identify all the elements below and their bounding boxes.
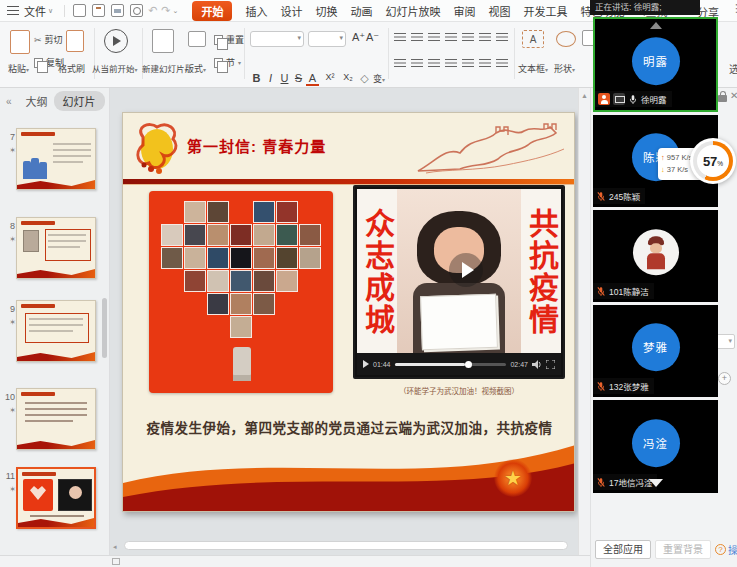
redo-icon[interactable]: ↷ bbox=[161, 4, 170, 17]
tab-home[interactable]: 开始 bbox=[192, 1, 232, 21]
tab-view[interactable]: 视图 bbox=[488, 3, 510, 19]
file-menu-caret-icon[interactable]: ∨ bbox=[48, 7, 53, 15]
italic-button[interactable]: I bbox=[264, 72, 277, 84]
participant-tile-4[interactable]: 梦雅 132张梦雅 bbox=[593, 305, 718, 397]
shapes-button[interactable]: 形状▾ bbox=[554, 62, 575, 75]
slide-body-text[interactable]: 疫情发生伊始，第四党支部的党员通过云端为武汉加油，共抗疫情 bbox=[135, 417, 564, 437]
video-progress-bar[interactable] bbox=[395, 363, 507, 366]
grow-font-button[interactable]: A⁺ bbox=[352, 31, 365, 44]
pane-plus-icon[interactable]: + bbox=[718, 372, 731, 385]
fullscreen-icon[interactable] bbox=[546, 360, 555, 369]
reset-button[interactable]: 重置 bbox=[214, 33, 244, 46]
view-mode-icon[interactable] bbox=[112, 558, 120, 565]
collapse-panel-icon[interactable]: « bbox=[6, 96, 12, 107]
reset-background-button[interactable]: 重置背景 bbox=[655, 540, 711, 559]
export-icon[interactable] bbox=[92, 4, 105, 17]
cut-button[interactable]: ✂剪切 bbox=[34, 33, 63, 46]
tab-outline[interactable]: 大纲 bbox=[26, 93, 48, 109]
align-left-icon[interactable] bbox=[394, 58, 406, 68]
play-from-current-button[interactable]: 从当前开始▾ bbox=[92, 62, 138, 74]
apply-all-button[interactable]: 全部应用 bbox=[595, 540, 651, 559]
slide-11-canvas[interactable]: 第一封信: 青春力量 bbox=[122, 112, 575, 512]
font-name-combobox[interactable] bbox=[250, 31, 304, 47]
decrease-indent-icon[interactable] bbox=[428, 32, 440, 42]
textbox-icon[interactable]: A bbox=[522, 30, 544, 48]
slide-thumbnail-7[interactable] bbox=[16, 128, 96, 190]
participant-tile-5[interactable]: 冯淦 17地信冯淦 bbox=[593, 400, 718, 493]
participant-tile-1[interactable]: 明露 徐明露 bbox=[593, 17, 718, 112]
new-slide-icon[interactable] bbox=[152, 29, 174, 53]
print-preview-icon[interactable] bbox=[130, 4, 143, 17]
tab-insert[interactable]: 插入 bbox=[245, 3, 267, 19]
superscript-button[interactable]: X² bbox=[322, 72, 338, 82]
photo-collage-box[interactable] bbox=[149, 191, 333, 393]
horizontal-scrollbar[interactable]: ◂ bbox=[122, 541, 570, 551]
hamburger-menu-icon[interactable] bbox=[7, 6, 19, 15]
justify-icon[interactable] bbox=[445, 58, 457, 68]
slide-thumbnail-11-selected[interactable] bbox=[16, 467, 96, 529]
tab-slideshow[interactable]: 幻灯片放映 bbox=[385, 3, 440, 19]
scroll-up-icon[interactable]: ▲ bbox=[581, 92, 588, 99]
quickbar-more-icon[interactable]: ⌄ bbox=[173, 7, 179, 15]
scroll-up-participants-icon[interactable] bbox=[650, 22, 662, 29]
tab-transitions[interactable]: 切换 bbox=[315, 3, 337, 19]
slide-thumbnail-8[interactable] bbox=[16, 217, 96, 279]
bold-button[interactable]: B bbox=[250, 72, 263, 84]
participant-tile-3[interactable]: 101陈静洁 bbox=[593, 210, 718, 302]
underline-button[interactable]: U bbox=[278, 72, 291, 84]
bullets-icon[interactable] bbox=[394, 32, 406, 42]
layout-icon[interactable] bbox=[188, 31, 206, 47]
increase-indent-icon[interactable] bbox=[445, 32, 457, 42]
pane-close-icon[interactable]: ✕ bbox=[730, 90, 737, 101]
embedded-video-player[interactable]: 众志成城 共抗疫情 01:44 02:47 bbox=[353, 185, 565, 379]
shrink-font-button[interactable]: A⁻ bbox=[366, 31, 379, 44]
slide-title[interactable]: 第一封信: 青春力量 bbox=[187, 135, 326, 156]
ribbon-select-button[interactable]: 选 bbox=[729, 61, 737, 76]
font-color-button[interactable]: A bbox=[306, 72, 319, 86]
tab-animations[interactable]: 动画 bbox=[350, 3, 372, 19]
play-from-current-icon[interactable] bbox=[104, 29, 128, 53]
mic-on-icon[interactable] bbox=[628, 94, 638, 105]
tab-developer[interactable]: 开发工具 bbox=[523, 3, 567, 19]
format-painter-icon[interactable] bbox=[66, 30, 84, 52]
strikethrough-button[interactable]: S bbox=[292, 72, 305, 84]
editing-canvas[interactable]: 第一封信: 青春力量 bbox=[110, 88, 580, 555]
print-icon[interactable] bbox=[111, 4, 124, 17]
mic-muted-icon[interactable] bbox=[596, 477, 606, 488]
columns-icon[interactable] bbox=[479, 32, 491, 42]
scroll-down-participants-icon[interactable] bbox=[649, 479, 663, 487]
align-right-icon[interactable] bbox=[428, 58, 440, 68]
shapes-icon[interactable] bbox=[556, 31, 576, 47]
tips-link[interactable]: ? 操作技巧 bbox=[715, 542, 737, 557]
new-slide-button[interactable]: 新建幻灯片▾ bbox=[142, 62, 188, 74]
font-size-combobox[interactable] bbox=[308, 31, 346, 47]
volume-icon[interactable] bbox=[532, 360, 542, 369]
file-menu[interactable]: 文件 bbox=[24, 3, 46, 19]
align-top-icon[interactable] bbox=[479, 58, 491, 68]
subscript-button[interactable]: X₂ bbox=[340, 72, 356, 82]
mic-muted-icon[interactable] bbox=[596, 286, 606, 297]
clear-format-icon[interactable]: ◇ bbox=[358, 72, 371, 85]
text-direction-icon[interactable] bbox=[462, 32, 474, 42]
video-caption[interactable]: （环能学子为武汉加油！视频截图） bbox=[353, 385, 565, 396]
numbering-icon[interactable] bbox=[411, 32, 423, 42]
more-options-icon[interactable]: ⋮ bbox=[731, 2, 737, 15]
tab-slides[interactable]: 幻灯片 bbox=[54, 91, 105, 111]
mic-muted-icon[interactable] bbox=[596, 191, 606, 202]
phonetic-button[interactable]: 变▾ bbox=[371, 72, 387, 85]
slide-thumbnail-9[interactable] bbox=[16, 300, 96, 362]
align-middle-icon[interactable] bbox=[496, 58, 508, 68]
distribute-icon[interactable] bbox=[462, 58, 474, 68]
save-icon[interactable] bbox=[73, 4, 86, 17]
line-spacing-icon[interactable] bbox=[496, 32, 508, 42]
undo-icon[interactable]: ↶ bbox=[148, 4, 157, 17]
tab-design[interactable]: 设计 bbox=[280, 3, 302, 19]
video-play-overlay-icon[interactable] bbox=[449, 253, 483, 287]
video-play-icon[interactable] bbox=[363, 360, 369, 368]
scroll-left-icon[interactable]: ◂ bbox=[113, 543, 117, 551]
textbox-button[interactable]: 文本框▾ bbox=[518, 62, 548, 75]
tab-review[interactable]: 审阅 bbox=[453, 3, 475, 19]
layout-button[interactable]: 版式▾ bbox=[185, 62, 206, 75]
paste-icon[interactable] bbox=[10, 30, 30, 54]
panel-scrollbar[interactable] bbox=[102, 298, 107, 358]
